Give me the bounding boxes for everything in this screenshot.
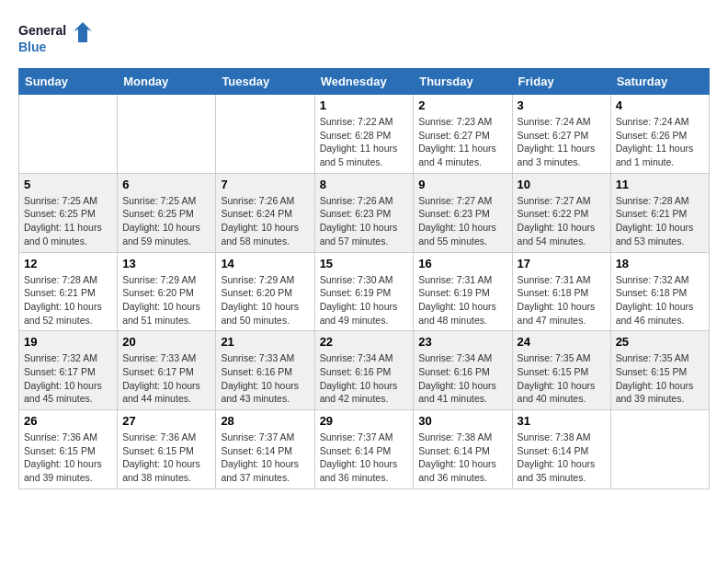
logo-element: General bbox=[18, 23, 66, 38]
day-number: 10 bbox=[518, 178, 606, 191]
logo-element: General Blue bbox=[18, 18, 92, 59]
day-cell: 3Sunrise: 7:24 AM Sunset: 6:27 PM Daylig… bbox=[512, 95, 610, 174]
day-info: Sunrise: 7:28 AM Sunset: 6:21 PM Dayligh… bbox=[616, 194, 704, 248]
day-number: 16 bbox=[418, 257, 506, 270]
day-info: Sunrise: 7:35 AM Sunset: 6:15 PM Dayligh… bbox=[616, 351, 704, 406]
day-number: 24 bbox=[518, 335, 606, 349]
days-header-row: SundayMondayTuesdayWednesdayThursdayFrid… bbox=[19, 69, 710, 95]
day-cell bbox=[118, 95, 216, 174]
day-cell: 5Sunrise: 7:25 AM Sunset: 6:25 PM Daylig… bbox=[19, 173, 118, 252]
day-cell: 2Sunrise: 7:23 AM Sunset: 6:27 PM Daylig… bbox=[414, 95, 512, 174]
day-cell: 18Sunrise: 7:32 AM Sunset: 6:18 PM Dayli… bbox=[610, 252, 709, 331]
day-cell: 24Sunrise: 7:35 AM Sunset: 6:15 PM Dayli… bbox=[512, 331, 610, 410]
day-info: Sunrise: 7:34 AM Sunset: 6:16 PM Dayligh… bbox=[418, 351, 506, 406]
day-number: 11 bbox=[616, 178, 704, 191]
day-cell: 29Sunrise: 7:37 AM Sunset: 6:14 PM Dayli… bbox=[314, 410, 414, 489]
day-number: 13 bbox=[122, 257, 210, 270]
day-cell: 23Sunrise: 7:34 AM Sunset: 6:16 PM Dayli… bbox=[414, 331, 512, 410]
day-info: Sunrise: 7:35 AM Sunset: 6:15 PM Dayligh… bbox=[518, 351, 606, 406]
day-cell: 21Sunrise: 7:33 AM Sunset: 6:16 PM Dayli… bbox=[216, 331, 314, 410]
week-row-3: 12Sunrise: 7:28 AM Sunset: 6:21 PM Dayli… bbox=[19, 252, 710, 331]
day-info: Sunrise: 7:25 AM Sunset: 6:25 PM Dayligh… bbox=[24, 194, 112, 248]
day-number: 29 bbox=[320, 414, 409, 428]
day-info: Sunrise: 7:26 AM Sunset: 6:23 PM Dayligh… bbox=[320, 194, 409, 248]
day-cell: 28Sunrise: 7:37 AM Sunset: 6:14 PM Dayli… bbox=[216, 410, 314, 489]
day-number: 8 bbox=[320, 178, 409, 191]
calendar: SundayMondayTuesdayWednesdayThursdayFrid… bbox=[18, 68, 710, 489]
day-header-thursday: Thursday bbox=[414, 69, 512, 95]
day-cell: 6Sunrise: 7:25 AM Sunset: 6:25 PM Daylig… bbox=[118, 173, 216, 252]
day-cell: 20Sunrise: 7:33 AM Sunset: 6:17 PM Dayli… bbox=[118, 331, 216, 410]
day-number: 19 bbox=[24, 335, 112, 349]
day-info: Sunrise: 7:37 AM Sunset: 6:14 PM Dayligh… bbox=[320, 431, 409, 485]
day-number: 7 bbox=[221, 178, 309, 191]
day-cell: 25Sunrise: 7:35 AM Sunset: 6:15 PM Dayli… bbox=[610, 331, 709, 410]
day-cell: 10Sunrise: 7:27 AM Sunset: 6:22 PM Dayli… bbox=[512, 173, 610, 252]
day-number: 4 bbox=[616, 98, 704, 112]
day-info: Sunrise: 7:28 AM Sunset: 6:21 PM Dayligh… bbox=[24, 273, 112, 327]
day-info: Sunrise: 7:31 AM Sunset: 6:19 PM Dayligh… bbox=[418, 273, 506, 327]
day-cell: 17Sunrise: 7:31 AM Sunset: 6:18 PM Dayli… bbox=[512, 252, 610, 331]
day-number: 9 bbox=[418, 178, 506, 191]
day-header-monday: Monday bbox=[118, 69, 216, 95]
day-cell bbox=[216, 95, 314, 174]
day-info: Sunrise: 7:33 AM Sunset: 6:16 PM Dayligh… bbox=[221, 351, 309, 406]
day-cell: 27Sunrise: 7:36 AM Sunset: 6:15 PM Dayli… bbox=[118, 410, 216, 489]
day-info: Sunrise: 7:33 AM Sunset: 6:17 PM Dayligh… bbox=[122, 351, 210, 406]
day-number: 15 bbox=[320, 257, 409, 270]
day-info: Sunrise: 7:38 AM Sunset: 6:14 PM Dayligh… bbox=[518, 431, 606, 485]
day-cell bbox=[19, 95, 118, 174]
day-info: Sunrise: 7:38 AM Sunset: 6:14 PM Dayligh… bbox=[418, 431, 506, 485]
day-cell: 1Sunrise: 7:22 AM Sunset: 6:28 PM Daylig… bbox=[314, 95, 414, 174]
day-info: Sunrise: 7:31 AM Sunset: 6:18 PM Dayligh… bbox=[518, 273, 606, 327]
day-info: Sunrise: 7:29 AM Sunset: 6:20 PM Dayligh… bbox=[122, 273, 210, 327]
day-cell: 12Sunrise: 7:28 AM Sunset: 6:21 PM Dayli… bbox=[19, 252, 118, 331]
day-number: 31 bbox=[518, 414, 606, 428]
week-row-4: 19Sunrise: 7:32 AM Sunset: 6:17 PM Dayli… bbox=[19, 331, 710, 410]
day-cell: 22Sunrise: 7:34 AM Sunset: 6:16 PM Dayli… bbox=[314, 331, 414, 410]
day-number: 14 bbox=[221, 257, 309, 270]
logo: General Blue bbox=[18, 18, 92, 59]
day-info: Sunrise: 7:27 AM Sunset: 6:23 PM Dayligh… bbox=[418, 194, 506, 248]
day-number: 18 bbox=[616, 257, 704, 270]
week-row-1: 1Sunrise: 7:22 AM Sunset: 6:28 PM Daylig… bbox=[19, 95, 710, 174]
day-info: Sunrise: 7:34 AM Sunset: 6:16 PM Dayligh… bbox=[320, 351, 409, 406]
day-info: Sunrise: 7:30 AM Sunset: 6:19 PM Dayligh… bbox=[320, 273, 409, 327]
day-number: 26 bbox=[24, 414, 112, 428]
day-number: 1 bbox=[320, 98, 409, 112]
day-header-sunday: Sunday bbox=[19, 69, 118, 95]
logo-element bbox=[74, 22, 92, 42]
day-info: Sunrise: 7:32 AM Sunset: 6:17 PM Dayligh… bbox=[24, 351, 112, 406]
day-cell: 26Sunrise: 7:36 AM Sunset: 6:15 PM Dayli… bbox=[19, 410, 118, 489]
day-number: 27 bbox=[122, 414, 210, 428]
day-cell: 7Sunrise: 7:26 AM Sunset: 6:24 PM Daylig… bbox=[216, 173, 314, 252]
logo-element: Blue bbox=[18, 40, 47, 54]
day-number: 25 bbox=[616, 335, 704, 349]
week-row-5: 26Sunrise: 7:36 AM Sunset: 6:15 PM Dayli… bbox=[19, 410, 710, 489]
day-number: 23 bbox=[418, 335, 506, 349]
day-header-friday: Friday bbox=[512, 69, 610, 95]
day-cell: 4Sunrise: 7:24 AM Sunset: 6:26 PM Daylig… bbox=[610, 95, 709, 174]
day-number: 2 bbox=[418, 98, 506, 112]
day-cell: 11Sunrise: 7:28 AM Sunset: 6:21 PM Dayli… bbox=[610, 173, 709, 252]
day-number: 12 bbox=[24, 257, 112, 270]
day-number: 28 bbox=[221, 414, 309, 428]
day-info: Sunrise: 7:29 AM Sunset: 6:20 PM Dayligh… bbox=[221, 273, 309, 327]
day-number: 30 bbox=[418, 414, 506, 428]
day-info: Sunrise: 7:37 AM Sunset: 6:14 PM Dayligh… bbox=[221, 431, 309, 485]
day-info: Sunrise: 7:32 AM Sunset: 6:18 PM Dayligh… bbox=[616, 273, 704, 327]
day-header-tuesday: Tuesday bbox=[216, 69, 314, 95]
day-info: Sunrise: 7:25 AM Sunset: 6:25 PM Dayligh… bbox=[122, 194, 210, 248]
day-info: Sunrise: 7:24 AM Sunset: 6:27 PM Dayligh… bbox=[518, 115, 606, 169]
day-info: Sunrise: 7:22 AM Sunset: 6:28 PM Dayligh… bbox=[320, 115, 409, 169]
week-row-2: 5Sunrise: 7:25 AM Sunset: 6:25 PM Daylig… bbox=[19, 173, 710, 252]
day-number: 22 bbox=[320, 335, 409, 349]
day-number: 20 bbox=[122, 335, 210, 349]
day-info: Sunrise: 7:36 AM Sunset: 6:15 PM Dayligh… bbox=[122, 431, 210, 485]
day-cell: 16Sunrise: 7:31 AM Sunset: 6:19 PM Dayli… bbox=[414, 252, 512, 331]
day-cell bbox=[610, 410, 709, 489]
day-cell: 14Sunrise: 7:29 AM Sunset: 6:20 PM Dayli… bbox=[216, 252, 314, 331]
day-cell: 31Sunrise: 7:38 AM Sunset: 6:14 PM Dayli… bbox=[512, 410, 610, 489]
header: General Blue bbox=[18, 18, 710, 59]
day-number: 21 bbox=[221, 335, 309, 349]
